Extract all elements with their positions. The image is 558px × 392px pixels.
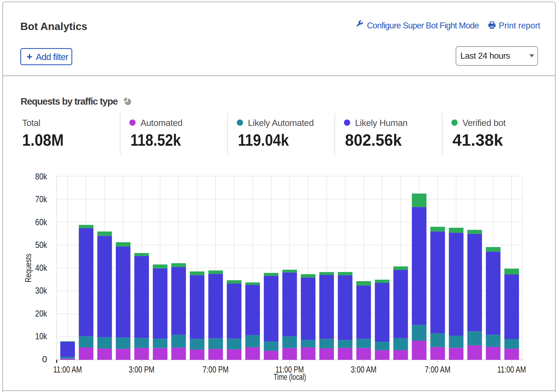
svg-text:80k: 80k	[35, 171, 47, 181]
svg-text:11:00 AM: 11:00 AM	[53, 364, 82, 374]
svg-text:3:00 AM: 3:00 AM	[351, 364, 376, 374]
svg-text:7:00 PM: 7:00 PM	[203, 364, 229, 374]
svg-text:Requests: Requests	[23, 254, 33, 283]
svg-text:7:00 AM: 7:00 AM	[425, 364, 451, 374]
svg-text:10k: 10k	[35, 331, 47, 341]
svg-text:3:00 PM: 3:00 PM	[129, 364, 155, 374]
svg-text:60k: 60k	[35, 217, 47, 227]
svg-text:40k: 40k	[35, 263, 47, 273]
svg-text:50k: 50k	[35, 240, 47, 250]
svg-text:11:00 AM: 11:00 AM	[497, 364, 526, 374]
svg-text:Time (local): Time (local)	[274, 372, 306, 382]
svg-text:70k: 70k	[35, 194, 47, 204]
svg-text:0: 0	[42, 354, 47, 364]
svg-text:20k: 20k	[35, 308, 47, 318]
svg-text:30k: 30k	[35, 285, 47, 295]
